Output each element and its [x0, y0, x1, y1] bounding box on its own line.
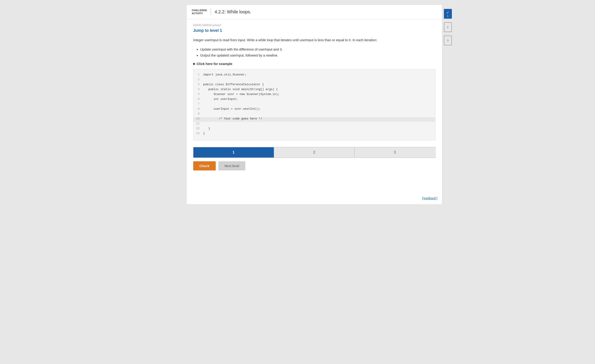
code-line-7: 7 — [193, 102, 435, 107]
example-toggle[interactable]: ▶ Click here for example — [193, 62, 435, 66]
line-number: 2 — [193, 78, 203, 83]
line-number: 1 — [193, 73, 203, 78]
arrow-icon: ▶ — [193, 62, 195, 65]
bullet-item-1: Update userInput with the difference of … — [200, 46, 435, 52]
line-number: 5 — [193, 92, 203, 98]
level-tabs: 1 2 3 — [193, 147, 435, 158]
code-line-3: 3public class DifferenceCalculator { — [193, 83, 435, 88]
right-sidebar: ✓ 1 2 3 — [442, 4, 453, 205]
sidebar-level-1[interactable]: ✓ 1 — [444, 9, 452, 19]
line-number: 6 — [193, 98, 203, 102]
code-line-11: 11 — [193, 122, 435, 127]
code-line-10: 10 /* Your code goes here */ — [193, 117, 435, 122]
bullet-item-2: Output the updated userInput, followed b… — [200, 52, 435, 58]
line-code-text: import java.util.Scanner; — [203, 73, 247, 78]
check-icon: ✓ — [446, 10, 449, 15]
code-line-2: 2 — [193, 78, 435, 83]
sidebar-level-2[interactable]: 2 — [444, 22, 452, 32]
description-text: Integer userInput is read from input. Wr… — [193, 37, 435, 43]
line-code-text: } — [203, 127, 210, 132]
code-line-12: 12 } — [193, 127, 435, 132]
level-tab-1[interactable]: 1 — [193, 147, 274, 158]
code-block: 1import java.util.Scanner;23public class… — [193, 69, 435, 140]
code-line-1: 1import java.util.Scanner; — [193, 73, 435, 78]
left-margin — [142, 4, 186, 205]
code-line-6: 6 int userInput; — [193, 98, 435, 102]
jump-to-level[interactable]: Jump to level 1 — [193, 28, 435, 33]
level-tab-2[interactable]: 2 — [274, 147, 354, 158]
sidebar-level-3[interactable]: 3 — [444, 35, 452, 45]
line-number: 13 — [193, 132, 203, 137]
line-number: 3 — [193, 83, 203, 88]
line-number: 11 — [193, 122, 203, 127]
line-number: 10 — [193, 117, 203, 122]
level-tab-3[interactable]: 3 — [354, 147, 435, 158]
line-code-text: Scanner scnr = new Scanner(System.in); — [203, 92, 280, 98]
code-line-13: 13} — [193, 132, 435, 137]
line-code-text: /* Your code goes here */ — [203, 117, 262, 122]
line-code-text: userInput = scnr.nextInt(); — [203, 107, 261, 112]
line-number: 12 — [193, 127, 203, 132]
challenge-title: 4.2.2: While loops. — [215, 9, 251, 14]
session-id: 528040.3489528.qx3zqy7 — [193, 24, 435, 27]
line-number: 8 — [193, 107, 203, 112]
line-code-text: public class DifferenceCalculator { — [203, 83, 264, 88]
line-code-text: } — [203, 132, 205, 137]
line-number: 4 — [193, 88, 203, 92]
line-number: 7 — [193, 102, 203, 107]
feedback-link[interactable]: Feedback? — [422, 196, 437, 200]
line-code-text: public static void main(String[] args) { — [203, 88, 278, 92]
code-line-4: 4 public static void main(String[] args)… — [193, 88, 435, 92]
next-level-button[interactable]: Next level — [218, 161, 246, 170]
challenge-label: CHALLENGE ACTIVITY — [192, 9, 211, 15]
code-line-5: 5 Scanner scnr = new Scanner(System.in); — [193, 92, 435, 98]
check-button[interactable]: Check — [193, 161, 216, 170]
header-bar: CHALLENGE ACTIVITY 4.2.2: While loops. — [186, 5, 442, 19]
line-number: 9 — [193, 112, 203, 117]
buttons-row: Check Next level — [193, 161, 435, 170]
code-line-9: 9 — [193, 112, 435, 117]
content-area: 528040.3489528.qx3zqy7 Jump to level 1 I… — [186, 19, 442, 175]
bullet-list: Update userInput with the difference of … — [200, 46, 435, 58]
main-panel: CHALLENGE ACTIVITY 4.2.2: While loops. 5… — [186, 4, 442, 205]
line-code-text: int userInput; — [203, 98, 238, 102]
code-line-8: 8 userInput = scnr.nextInt(); — [193, 107, 435, 112]
